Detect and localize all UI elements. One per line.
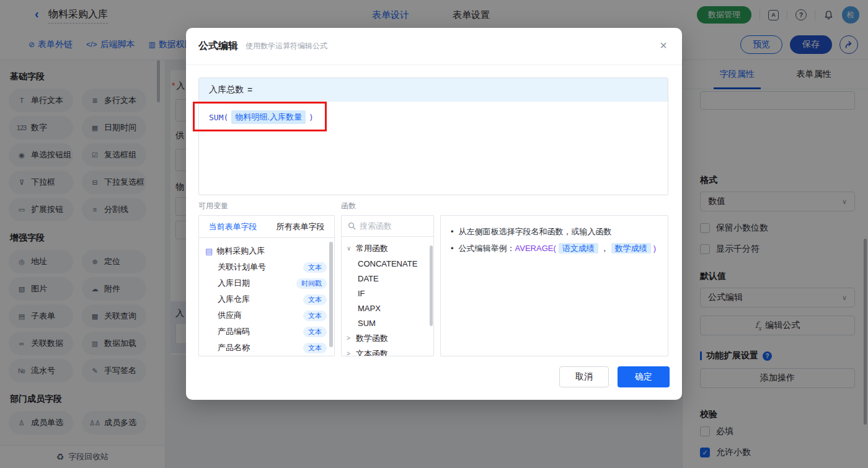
formula-field-chip[interactable]: 物料明细.入库数量 [231, 110, 306, 124]
function-group-label: 常用函数 [356, 243, 388, 254]
variable-field-row[interactable]: 供应商文本 [199, 307, 334, 324]
function-search-input[interactable] [360, 221, 422, 231]
function-item[interactable]: IF [342, 286, 433, 301]
help-tip: • 从左侧面板选择字段名和函数，或输入函数 [451, 223, 658, 240]
functions-panel: ∨常用函数CONCATENATEDATEIFMAPXSUM>数学函数>文本函数 [341, 215, 434, 356]
variables-scrollbar[interactable] [329, 242, 333, 347]
modal-header: 公式编辑 使用数学运算符编辑公式 × [186, 28, 682, 65]
variables-tab[interactable]: 当前表单字段 [199, 216, 267, 237]
variables-tab[interactable]: 所有表单字段 [267, 216, 334, 237]
chevron-right-icon: > [347, 335, 353, 342]
modal-footer: 取消 确定 [559, 366, 670, 387]
search-icon [348, 222, 356, 230]
function-item[interactable]: DATE [342, 271, 433, 286]
variable-field-name: 产品编码 [218, 326, 250, 337]
help-example-text: 公式编辑举例：AVERAGE(语文成绩，数学成绩) [459, 240, 657, 257]
function-item[interactable]: MAPX [342, 301, 433, 316]
variable-field-name: 入库仓库 [218, 294, 250, 305]
variable-field-name: 入库日期 [218, 278, 250, 289]
example-close-paren: ) [653, 244, 656, 253]
help-tip-text: 从左侧面板选择字段名和函数，或输入函数 [459, 223, 612, 240]
confirm-button[interactable]: 确定 [618, 366, 670, 387]
variable-field-row[interactable]: 产品名称文本 [199, 340, 334, 356]
functions-label: 函数 [341, 201, 356, 211]
form-node-label: 物料采购入库 [216, 245, 265, 257]
variable-field-type-badge: 文本 [303, 294, 327, 305]
example-field-chip: 语文成绩 [559, 243, 598, 254]
bullet-icon: • [451, 223, 454, 240]
variable-field-row[interactable]: 产品编码文本 [199, 324, 334, 340]
variable-field-row[interactable]: 入库日期时间戳 [199, 275, 334, 291]
function-group-label: 数学函数 [356, 333, 388, 344]
formula-editor: 入库总数 = SUM( 物料明细.入库数量 ) [198, 77, 668, 195]
example-separator: ， [601, 244, 609, 253]
variable-field-row[interactable]: 关联计划单号文本 [199, 259, 334, 275]
cancel-button[interactable]: 取消 [559, 366, 609, 387]
variable-field-type-badge: 文本 [303, 311, 327, 321]
bullet-icon: • [451, 240, 454, 257]
formula-close-paren: ) [309, 113, 314, 122]
variable-fields: 关联计划单号文本入库日期时间戳入库仓库文本供应商文本产品编码文本产品名称文本 [199, 259, 334, 356]
function-item[interactable]: CONCATENATE [342, 256, 433, 271]
help-example: • 公式编辑举例：AVERAGE(语文成绩，数学成绩) [451, 240, 658, 257]
variable-field-type-badge: 文本 [303, 327, 327, 337]
variable-field-name: 供应商 [218, 310, 242, 321]
variables-label: 可用变量 [198, 201, 228, 211]
function-search[interactable] [342, 216, 433, 237]
chevron-right-icon: > [347, 350, 353, 356]
equals-sign: = [247, 85, 252, 95]
close-icon[interactable]: × [660, 39, 667, 51]
function-tree: ∨常用函数CONCATENATEDATEIFMAPXSUM>数学函数>文本函数 [342, 237, 433, 356]
example-field-chip: 数学成绩 [611, 243, 651, 254]
formula-target: 入库总数 [209, 84, 244, 95]
function-group[interactable]: >文本函数 [342, 346, 433, 356]
form-node[interactable]: ▤ 物料采购入库 [199, 243, 334, 259]
function-group[interactable]: ∨常用函数 [342, 241, 433, 256]
formula-target-row: 入库总数 = [199, 78, 668, 102]
variable-field-type-badge: 时间戳 [296, 278, 327, 289]
variable-field-name: 产品名称 [218, 342, 250, 353]
formula-function: SUM( [209, 113, 228, 122]
variable-field-name: 关联计划单号 [218, 262, 266, 273]
variables-tabs: 当前表单字段所有表单字段 [199, 216, 334, 238]
variables-panel: 当前表单字段所有表单字段 ▤ 物料采购入库 关联计划单号文本入库日期时间戳入库仓… [198, 215, 335, 356]
example-function: AVERAGE( [515, 244, 556, 253]
formula-help-panel: • 从左侧面板选择字段名和函数，或输入函数 • 公式编辑举例：AVERAGE(语… [440, 215, 668, 356]
modal-subtitle: 使用数学运算符编辑公式 [246, 41, 327, 51]
variables-list: ▤ 物料采购入库 关联计划单号文本入库日期时间戳入库仓库文本供应商文本产品编码文… [199, 238, 334, 356]
modal-title: 公式编辑 [198, 40, 238, 53]
function-item[interactable]: SUM [342, 316, 433, 330]
function-group-label: 文本函数 [356, 348, 388, 357]
app-screen: ‹ 物料采购入库 表单设计表单设置 数据管理 A ? 检 ⊘表单外链</>后端脚… [0, 0, 868, 468]
chevron-down-icon: ∨ [347, 245, 353, 252]
functions-scrollbar[interactable] [430, 245, 433, 326]
variable-field-type-badge: 文本 [303, 343, 327, 353]
example-prefix: 公式编辑举例： [459, 244, 515, 253]
formula-editor-modal: 公式编辑 使用数学运算符编辑公式 × 入库总数 = SUM( 物料明细.入库数量… [186, 28, 682, 400]
formula-input-area[interactable]: SUM( 物料明细.入库数量 ) [199, 102, 668, 133]
variable-field-type-badge: 文本 [303, 262, 327, 273]
form-icon: ▤ [205, 247, 213, 256]
variable-field-row[interactable]: 入库仓库文本 [199, 291, 334, 307]
function-group[interactable]: >数学函数 [342, 330, 433, 346]
